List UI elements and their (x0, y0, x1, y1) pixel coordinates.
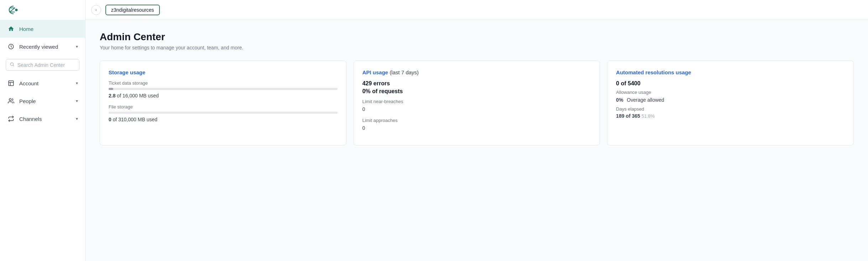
sidebar-item-account[interactable]: Account ▾ (0, 74, 85, 92)
sidebar-item-channels-label: Channels (19, 116, 72, 122)
storage-usage-title: Storage usage (109, 69, 338, 75)
api-errors-pct: 0% of requests (362, 88, 591, 95)
sidebar-item-people[interactable]: People ▾ (0, 92, 85, 110)
overage-label: Overage allowed (627, 97, 664, 103)
org-name: z3ndigitalresources (111, 7, 154, 13)
main-area: ‹ z3ndigitalresources Admin Center Your … (85, 0, 868, 261)
automated-resolutions-title: Automated resolutions usage (616, 69, 845, 75)
svg-point-2 (10, 63, 13, 65)
ticket-storage-value: 2.8 of 16,000 MB used (109, 93, 338, 98)
days-pct-val: 51.8% (642, 113, 655, 119)
sidebar-item-home[interactable]: Home (0, 20, 85, 38)
sidebar-item-recently-viewed[interactable]: Recently viewed ▾ (0, 38, 85, 55)
automated-resolutions-card: Automated resolutions usage 0 of 5400 Al… (607, 60, 854, 145)
search-icon (10, 62, 15, 68)
cards-row: Storage usage Ticket data storage 2.8 of… (100, 60, 854, 145)
chevron-down-icon-people: ▾ (76, 98, 78, 103)
svg-line-3 (13, 65, 14, 66)
people-icon (7, 97, 15, 105)
approaches-value: 0 (362, 125, 591, 131)
file-storage-label: File storage (109, 104, 338, 110)
sidebar-nav: Home Recently viewed ▾ (0, 20, 85, 261)
file-storage-value-bold: 0 (109, 117, 111, 122)
sidebar-item-recently-viewed-label: Recently viewed (19, 44, 72, 50)
svg-point-0 (15, 9, 17, 11)
page-subtitle: Your home for settings to manage your ac… (100, 45, 854, 50)
api-errors-count: 429 errors (362, 80, 591, 87)
api-usage-title: API usage (last 7 days) (362, 69, 591, 75)
ticket-storage-value-bold: 2.8 (109, 93, 115, 98)
sidebar-item-people-label: People (19, 98, 72, 104)
api-usage-period: (last 7 days) (389, 69, 419, 75)
content-area: Admin Center Your home for settings to m… (85, 20, 868, 261)
file-storage-value: 0 of 310,000 MB used (109, 117, 338, 122)
chevron-down-icon-account: ▾ (76, 81, 78, 86)
home-icon (7, 25, 15, 33)
zendesk-logo (7, 4, 20, 16)
search-area (0, 55, 85, 74)
file-storage-bar (109, 112, 338, 114)
allowance-pct: 0% (616, 97, 623, 103)
svg-rect-4 (9, 81, 14, 86)
sidebar-item-home-label: Home (19, 26, 78, 32)
near-breaches-value: 0 (362, 106, 591, 112)
search-input[interactable] (17, 62, 75, 68)
sidebar-item-channels[interactable]: Channels ▾ (0, 110, 85, 128)
chevron-down-icon-channels: ▾ (76, 116, 78, 121)
days-value-bold: 189 of 365 (616, 113, 640, 119)
channels-icon (7, 115, 15, 123)
near-breaches-label: Limit near-breaches (362, 99, 591, 104)
allowance-row: 0% Overage allowed (616, 97, 845, 103)
ticket-storage-label: Ticket data storage (109, 80, 338, 86)
chevron-down-icon: ▾ (76, 44, 78, 49)
api-usage-card: API usage (last 7 days) 429 errors 0% of… (354, 60, 600, 145)
logo-area (0, 0, 85, 20)
storage-usage-card: Storage usage Ticket data storage 2.8 of… (100, 60, 346, 145)
topbar: ‹ z3ndigitalresources (85, 0, 868, 20)
svg-point-5 (9, 98, 11, 101)
org-tab[interactable]: z3ndigitalresources (105, 5, 160, 15)
allowance-label: Allowance usage (616, 90, 845, 95)
days-elapsed-label: Days elapsed (616, 106, 845, 112)
clock-icon (7, 43, 15, 50)
building-icon (7, 79, 15, 87)
ticket-storage-bar-fill (109, 88, 113, 90)
days-elapsed-value: 189 of 365 51.8% (616, 113, 845, 119)
page-title: Admin Center (100, 31, 854, 43)
sidebar: Home Recently viewed ▾ (0, 0, 85, 261)
automated-resolutions-total: 0 of 5400 (616, 80, 845, 87)
sidebar-item-account-label: Account (19, 80, 72, 86)
ticket-storage-bar (109, 88, 338, 90)
approaches-label: Limit approaches (362, 118, 591, 123)
collapse-sidebar-button[interactable]: ‹ (91, 5, 101, 15)
search-box[interactable] (6, 59, 79, 71)
